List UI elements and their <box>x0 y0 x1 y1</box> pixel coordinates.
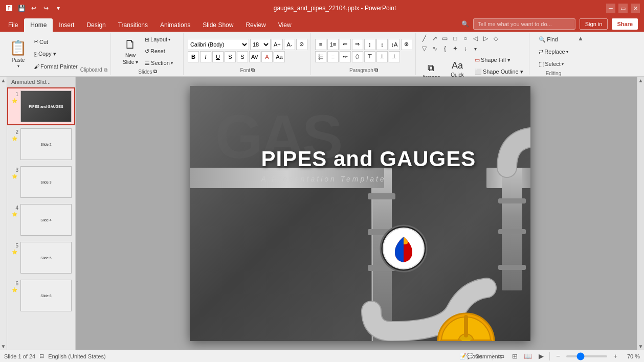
font-size-decrease-button[interactable]: A- <box>284 39 295 50</box>
shape-square[interactable]: □ <box>451 34 460 43</box>
clear-formatting-button[interactable]: ⊘ <box>296 39 307 50</box>
convert-smartart-button[interactable]: ⊛ <box>401 39 412 50</box>
undo-button[interactable]: ↩ <box>29 3 39 13</box>
paste-button[interactable]: 📋 Paste ▾ <box>5 40 31 69</box>
format-painter-button[interactable]: 🖌 Format Painter <box>31 61 80 72</box>
strikethrough-button[interactable]: S <box>225 51 236 62</box>
tab-home[interactable]: Home <box>24 18 53 32</box>
shape-star5[interactable]: ✦ <box>451 44 460 53</box>
canvas-scroll-down-button[interactable]: ▼ <box>637 343 645 350</box>
sign-in-button[interactable]: Sign in <box>580 18 608 30</box>
search-input[interactable] <box>473 18 575 30</box>
slide-thumb-1[interactable]: 1 ⭐ PIPES and GAUGES <box>7 87 75 125</box>
align-left-button[interactable]: ⬱ <box>315 51 326 62</box>
scroll-down-button[interactable]: ▼ <box>0 343 7 350</box>
zoom-in-button[interactable]: + <box>610 352 620 361</box>
tab-slideshow[interactable]: Slide Show <box>196 18 239 32</box>
redo-button[interactable]: ↪ <box>41 3 51 13</box>
underline-button[interactable]: U <box>212 51 224 62</box>
close-button[interactable]: ✕ <box>631 4 640 13</box>
font-size-increase-button[interactable]: A+ <box>272 39 283 50</box>
zoom-out-button[interactable]: − <box>553 352 563 361</box>
tab-file[interactable]: File <box>2 18 24 32</box>
restore-button[interactable]: ▭ <box>618 4 628 13</box>
layout-button[interactable]: ⊞ Layout ▾ <box>142 34 175 45</box>
font-color-button[interactable]: A <box>261 51 273 62</box>
cut-button[interactable]: ✂ Cut <box>31 36 80 48</box>
share-button[interactable]: Share <box>612 18 638 30</box>
section-button[interactable]: ☰ Section ▾ <box>142 57 175 69</box>
shape-triangle-right[interactable]: ▷ <box>481 34 491 43</box>
tab-insert[interactable]: Insert <box>53 18 80 32</box>
slideshow-view-button[interactable]: ▶ <box>536 352 546 361</box>
clipboard-expand[interactable]: ⧉ <box>104 67 107 73</box>
slide-thumb-4[interactable]: 4 ⭐ Slide 4 <box>7 201 75 239</box>
shape-bracket-left[interactable]: { <box>440 44 450 53</box>
slide-thumb-3[interactable]: 3 ⭐ Slide 3 <box>7 163 75 201</box>
text-direction-button[interactable]: ↕A <box>389 39 400 50</box>
bullets-button[interactable]: ≡ <box>315 39 326 50</box>
shadow-button[interactable]: S <box>237 51 248 62</box>
powerpoint-icon[interactable]: 🅿 <box>4 3 14 13</box>
shape-wave[interactable]: ∿ <box>430 44 439 53</box>
font-name-select[interactable]: Calibri (Body) <box>188 39 249 50</box>
tab-view[interactable]: View <box>272 18 298 32</box>
slide-thumb-2[interactable]: 2 ⭐ Slide 2 <box>7 125 75 163</box>
customize-button[interactable]: ▾ <box>53 3 63 13</box>
paragraph-expand[interactable]: ⧉ <box>374 67 378 73</box>
justify-button[interactable]: ⬯ <box>352 51 363 62</box>
copy-button[interactable]: ⎘ Copy ▾ <box>31 49 80 60</box>
new-slide-button[interactable]: 🗋 New Slide ▾ <box>120 37 141 65</box>
shape-rect[interactable]: ▭ <box>440 34 450 43</box>
tab-design[interactable]: Design <box>80 18 112 32</box>
tab-transitions[interactable]: Transitions <box>112 18 154 32</box>
reset-button[interactable]: ↺ Reset <box>142 46 175 57</box>
select-button[interactable]: ⬚ Select ▾ <box>536 58 570 70</box>
slide-thumb-5[interactable]: 5 ⭐ Slide 5 <box>7 239 75 277</box>
slides-expand[interactable]: ⧉ <box>153 69 157 75</box>
shape-arrow[interactable]: ↗ <box>430 34 439 43</box>
tab-animations[interactable]: Animations <box>154 18 196 32</box>
char-spacing-button[interactable]: AV <box>249 51 260 62</box>
comments-button[interactable]: 💬 Comments <box>479 352 490 361</box>
tab-review[interactable]: Review <box>239 18 272 32</box>
shape-line[interactable]: ╱ <box>420 34 429 43</box>
bold-button[interactable]: B <box>188 51 199 62</box>
normal-view-button[interactable]: ▭ <box>496 352 506 361</box>
find-button[interactable]: 🔍 Find <box>536 34 570 45</box>
replace-button[interactable]: ⇄ Replace ▾ <box>536 46 570 57</box>
slide-sorter-button[interactable]: ⊞ <box>509 352 520 361</box>
slide-thumb-6[interactable]: 6 ⭐ Slide 6 <box>7 277 75 314</box>
increase-indent-button[interactable]: ⇒ <box>352 39 363 50</box>
reading-view-button[interactable]: 📖 <box>523 352 533 361</box>
numbering-button[interactable]: 1≡ <box>327 39 339 50</box>
minimize-button[interactable]: ─ <box>606 4 615 13</box>
shape-more[interactable]: ▾ <box>471 44 480 53</box>
ribbon-collapse-button[interactable]: ▲ <box>578 35 584 42</box>
slide-panel-icon[interactable]: ⊟ <box>39 353 44 359</box>
columns-button[interactable]: ⫿ <box>364 39 375 50</box>
decrease-indent-button[interactable]: ⇐ <box>340 39 351 50</box>
shape-circle[interactable]: ○ <box>461 34 470 43</box>
font-size-select[interactable]: 18 <box>250 39 271 50</box>
font-expand[interactable]: ⧉ <box>251 67 255 73</box>
slide-num-5: 5 <box>10 242 18 248</box>
align-center-button[interactable]: ≡ <box>327 51 339 62</box>
align-bottom-button[interactable]: ⊥ <box>389 51 400 62</box>
italic-button[interactable]: I <box>200 51 211 62</box>
change-case-button[interactable]: Aa <box>274 51 285 62</box>
align-right-button[interactable]: ⬰ <box>340 51 351 62</box>
canvas-scroll-up-button[interactable]: ▲ <box>637 77 645 84</box>
align-middle-button[interactable]: ⊥ <box>376 51 388 62</box>
shape-fill-button[interactable]: ▭ Shape Fill ▾ <box>472 54 526 65</box>
shape-diamond[interactable]: ◇ <box>492 34 501 43</box>
shape-callout[interactable]: ▽ <box>420 44 429 53</box>
shape-triangle-left[interactable]: ◁ <box>471 34 480 43</box>
align-top-button[interactable]: ⊤ <box>364 51 375 62</box>
zoom-slider[interactable] <box>566 355 607 357</box>
shape-outline-button[interactable]: ⬜ Shape Outline ▾ <box>472 66 526 77</box>
shape-down-arrow[interactable]: ↓ <box>461 44 470 53</box>
scroll-up-button[interactable]: ▲ <box>0 77 7 84</box>
save-button[interactable]: 💾 <box>16 3 27 13</box>
line-spacing-button[interactable]: ↕ <box>376 39 388 50</box>
